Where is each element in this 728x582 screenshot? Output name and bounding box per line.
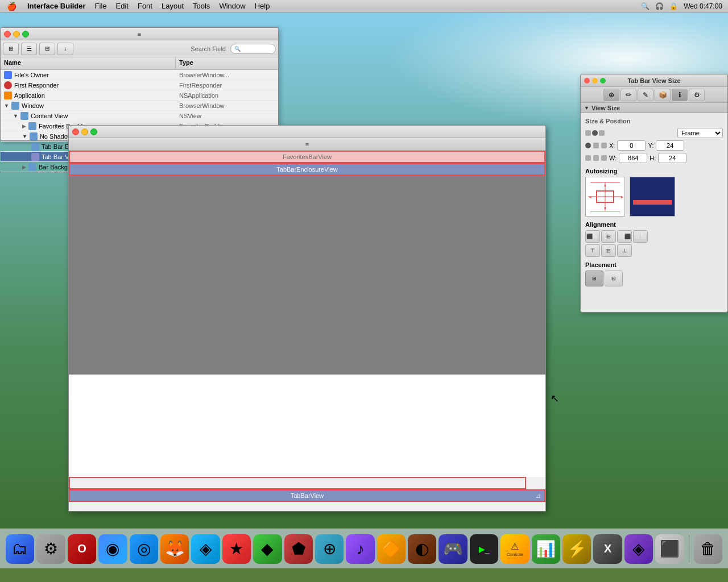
menu-help[interactable]: Help [250,2,275,10]
dock-trash[interactable]: 🗑 [694,534,722,564]
inspector-minimize[interactable] [592,78,598,84]
frame-dropdown[interactable]: Frame [677,128,723,138]
dock-app10[interactable]: ⬛ [655,534,684,564]
barbackg-expand-arrow[interactable]: ▶ [22,164,26,170]
align-center-h[interactable]: ⊟ [601,230,616,243]
inspector-tab-size[interactable]: ℹ [672,89,688,101]
placement-btn2[interactable]: ⊟ [605,271,623,286]
nib-minimize-button[interactable] [13,31,20,38]
dock-firefox[interactable]: 🦊 [160,534,189,564]
wh-arrow2[interactable] [593,155,599,161]
align-left-edges[interactable]: ⬛⬜ [585,230,600,243]
contentview-expand-arrow[interactable]: ▼ [13,113,18,119]
noshadow-expand-arrow[interactable]: ▼ [22,134,27,139]
contentview-type: NSView [176,113,278,119]
align-center-v[interactable]: ⊟ [601,244,616,257]
nib-row-firstresponder[interactable]: First Responder FirstResponder [1,80,278,90]
inspector-tab-connections[interactable]: 📦 [655,89,671,101]
search-field[interactable]: 🔍 [230,44,276,54]
nib-row-application[interactable]: Application NSApplication [1,90,278,101]
app-name[interactable]: Interface Builder [23,2,90,10]
canvas-maximize[interactable] [90,128,97,135]
tabbarv-icon [31,153,39,161]
inspector-maximize[interactable] [600,78,606,84]
align-right-edges[interactable]: ⬜⬛ [617,230,632,243]
info-button[interactable]: ↓ [57,43,73,55]
dock-app3[interactable]: ◆ [253,534,282,564]
center-dot [592,130,598,136]
canvas-minimize[interactable] [81,128,88,135]
dock-app9[interactable]: ◈ [624,534,653,564]
window-expand-arrow[interactable]: ▼ [4,103,9,109]
dock-app6[interactable]: ◐ [408,534,436,564]
dock-vlc[interactable]: 🔶 [377,534,406,564]
arrow-topright[interactable] [599,130,605,136]
list-mode-button[interactable]: ☰ [21,43,37,55]
inspector-tab-attributes[interactable]: ✏ [621,89,636,101]
dock-safari[interactable]: ◎ [130,534,158,564]
dock-app2[interactable]: ★ [222,534,251,564]
resize-handle-icon[interactable]: ⊿ [535,492,541,500]
menu-layout[interactable]: Layout [157,2,188,10]
y-label: Y: [648,142,653,149]
window-label: Window [22,102,44,109]
dock-opera[interactable]: O [68,534,96,564]
red-rect-container [69,477,545,489]
dock-app8[interactable]: ⚡ [562,534,591,564]
inspector-tab-help[interactable]: ⚙ [689,89,705,101]
y-input[interactable] [656,140,684,151]
inspector-tab-bindings[interactable]: ✎ [638,89,653,101]
column-mode-button[interactable]: ⊟ [39,43,55,55]
dock-terminal[interactable]: ▶_ [470,534,498,564]
dock-app7[interactable]: 🎮 [439,534,467,564]
dock-xcode[interactable]: X [593,534,622,564]
placement-btn1[interactable]: ⊞ [585,271,603,286]
nib-row-contentview[interactable]: ▼ Content View NSView [1,111,278,121]
nib-close-button[interactable] [4,31,11,38]
red-rectangle [69,477,526,489]
favorites-bar: FavoritesBarView [69,151,545,163]
inspector-tab-identity[interactable]: ⊕ [603,89,619,101]
dock-console[interactable]: ⚠ Console [500,534,529,564]
autosizing-control[interactable]: ◄ ► ▲ ▼ [585,177,625,217]
wh-arrow1[interactable] [585,155,591,161]
bottom-tab-label: TabBarView [291,492,324,499]
inspector-close[interactable] [584,78,590,84]
dock-activity[interactable]: 📊 [532,534,560,564]
align-bottom[interactable]: ⊥ [617,244,632,257]
menu-window[interactable]: Window [214,2,250,10]
menu-font[interactable]: Font [133,2,157,10]
xy-arrow2[interactable] [601,143,607,148]
nib-row-filesowner[interactable]: File's Owner BrowserWindow... [1,70,278,80]
h-input[interactable] [658,153,686,163]
dock-music[interactable]: ♪ [346,534,374,564]
alignment-row2: ⊤ ⊟ ⊥ [585,244,723,257]
x-input[interactable] [617,140,646,151]
wh-arrow3[interactable] [601,155,607,161]
nib-traffic-lights [4,31,29,38]
w-input[interactable] [619,153,647,163]
menu-tools[interactable]: Tools [188,2,214,10]
menu-file[interactable]: File [90,2,111,10]
dock-app4[interactable]: ⬟ [284,534,313,564]
dock-app1[interactable]: ◈ [191,534,220,564]
alignment-section: Alignment ⬛⬜ ⊟ ⬜⬛ ⬜⬜ ⊤ ⊟ ⊥ [585,221,723,257]
favoritesbar-expand-arrow[interactable]: ▶ [22,123,26,129]
nib-row-window[interactable]: ▼ Window BrowserWindow [1,101,278,111]
menubar-right: 🔍 🎧 🔒 Wed 0:47:00 [641,2,728,10]
dock-sysprefs[interactable]: ⚙ [36,534,65,564]
apple-menu[interactable]: 🍎 [0,2,23,11]
arrows-widget [585,130,605,136]
spotlight-icon[interactable]: 🔍 [641,2,650,10]
canvas-close[interactable] [72,128,79,135]
dock-app5[interactable]: ⊕ [315,534,344,564]
align-none[interactable]: ⬜⬜ [633,230,648,243]
dock-finder[interactable]: 🗂 [6,534,34,564]
dock-chrome[interactable]: ◉ [98,534,127,564]
menu-edit[interactable]: Edit [111,2,133,10]
xy-arrow[interactable] [593,143,599,148]
nib-maximize-button[interactable] [22,31,29,38]
arrow-topleft[interactable] [585,130,591,136]
view-mode-button[interactable]: ⊞ [3,43,19,55]
align-top[interactable]: ⊤ [585,244,600,257]
